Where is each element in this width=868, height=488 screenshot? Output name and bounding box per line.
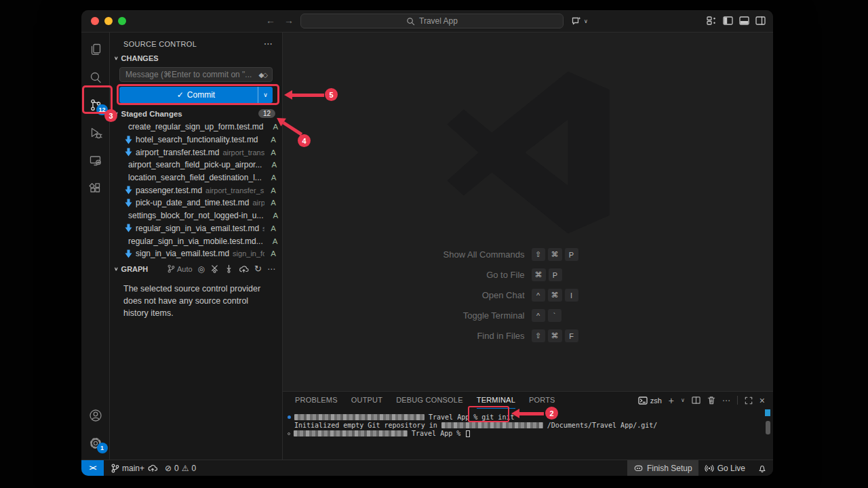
graph-section-header[interactable]: ∨ GRAPH Auto ◎ ↻ ⋯ xyxy=(110,262,282,277)
table-row[interactable]: passenger.test.md airport_transfer_s... … xyxy=(110,184,282,197)
changes-label: CHANGES xyxy=(121,54,159,62)
editor-area: Show All Commands ⇧ ⌘ P Go to File ⌘ xyxy=(283,33,773,391)
branch-status-item[interactable]: main+ xyxy=(111,464,158,473)
customize-layout-icon[interactable] xyxy=(707,16,717,26)
staged-count-badge: 12 xyxy=(258,109,275,118)
back-arrow-icon[interactable]: ← xyxy=(266,15,275,26)
run-debug-icon[interactable] xyxy=(81,119,110,146)
file-name: hotel_search_functionality.test.md xyxy=(136,135,258,144)
table-row[interactable]: location_search_field_destination_l... A xyxy=(110,171,282,184)
more-actions-icon[interactable]: ⋯ xyxy=(722,396,730,405)
refresh-icon[interactable]: ↻ xyxy=(254,264,262,274)
table-row[interactable]: hotel_search_functionality.test.md A xyxy=(110,134,282,146)
tab-ports[interactable]: PORTS xyxy=(529,392,555,409)
changes-section-header[interactable]: ∨ CHANGES xyxy=(110,52,282,65)
split-terminal-icon[interactable] xyxy=(692,396,701,405)
file-name: airport_transfer.test.md xyxy=(136,148,219,157)
table-row[interactable]: airport_search_field_pick-up_airpor... A xyxy=(110,159,282,171)
new-terminal-button[interactable]: + xyxy=(669,395,674,406)
terminal-content[interactable]: Travel App % git init Initialized empty … xyxy=(283,409,773,438)
table-row[interactable]: create_regular_sign_up_form.test.md A xyxy=(110,121,282,134)
forward-arrow-icon[interactable]: → xyxy=(284,15,294,26)
settings-gear-icon[interactable]: 1 xyxy=(81,429,110,457)
more-actions-icon[interactable]: ⋯ xyxy=(267,264,275,274)
copilot-menu[interactable]: ∨ xyxy=(571,16,588,26)
table-row[interactable]: regular_sign_in_via_mobile.test.md... A xyxy=(110,235,282,247)
table-row[interactable]: sign_in_via_email.test.md sign_in_fo... … xyxy=(110,247,282,260)
terminal-icon xyxy=(638,396,648,405)
toggle-panel-icon[interactable] xyxy=(739,16,749,26)
redacted-path xyxy=(294,430,408,436)
file-detail: airp... xyxy=(252,199,264,207)
sparkle-icon[interactable]: ◆◇ xyxy=(259,71,267,79)
keycap: ⌘ xyxy=(548,329,562,342)
table-row[interactable]: regular_sign_in_via_email.test.md si... … xyxy=(110,222,282,235)
commit-button[interactable]: ✓ Commit ∨ xyxy=(119,87,273,103)
table-row[interactable]: airport_transfer.test.md airport_trans..… xyxy=(110,146,282,159)
maximize-panel-icon[interactable] xyxy=(745,396,753,405)
file-detail: airport_transfer_s... xyxy=(205,186,264,195)
keycap: ^ xyxy=(532,309,545,322)
search-view-icon[interactable] xyxy=(81,63,110,91)
source-control-sidebar: SOURCE CONTROL ⋯ ∨ CHANGES Message (⌘Ent… xyxy=(110,33,283,460)
keycap: I xyxy=(565,289,578,302)
go-live-label: Go Live xyxy=(717,464,745,473)
more-actions-icon[interactable]: ⋯ xyxy=(264,39,273,49)
scrollbar-thumb[interactable] xyxy=(766,421,770,434)
cloud-push-icon[interactable] xyxy=(239,264,249,273)
tab-problems[interactable]: PROBLEMS xyxy=(295,392,338,409)
close-window-button[interactable] xyxy=(91,17,99,25)
zoom-window-button[interactable] xyxy=(118,17,126,25)
file-name: sign_in_via_email.test.md xyxy=(136,249,229,258)
notifications-bell[interactable] xyxy=(751,460,773,476)
toggle-secondary-sidebar-icon[interactable] xyxy=(755,16,766,26)
commit-dropdown-chevron[interactable]: ∨ xyxy=(258,87,273,103)
source-control-icon[interactable]: 12 xyxy=(81,91,110,119)
file-status-added: A xyxy=(268,136,276,144)
remote-indicator[interactable]: >< xyxy=(81,460,104,476)
scrollbar-decoration xyxy=(765,409,770,416)
copilot-icon xyxy=(633,463,644,473)
extensions-icon[interactable] xyxy=(81,174,110,202)
terminal-scrollbar[interactable] xyxy=(765,409,770,434)
chevron-down-icon: ∨ xyxy=(584,18,588,24)
terminal-shell-picker[interactable]: zsh xyxy=(638,396,662,405)
finish-setup-button[interactable]: Finish Setup xyxy=(627,460,698,476)
keycap: ` xyxy=(548,309,561,322)
toggle-primary-sidebar-icon[interactable] xyxy=(723,16,733,26)
close-panel-icon[interactable]: × xyxy=(760,395,765,406)
remote-explorer-icon[interactable] xyxy=(81,146,110,174)
account-icon[interactable] xyxy=(81,401,110,429)
toolbar-divider xyxy=(737,396,738,405)
problems-status-item[interactable]: ⊘ 0 ⚠ 0 xyxy=(165,464,196,473)
tab-debug-console[interactable]: DEBUG CONSOLE xyxy=(396,392,463,409)
terminal-cursor xyxy=(466,430,470,437)
keyboard-shortcuts-watermark: Show All Commands ⇧ ⌘ P Go to File ⌘ xyxy=(283,248,773,350)
kill-terminal-trash-icon[interactable] xyxy=(707,396,715,405)
file-status-added: A xyxy=(268,249,276,258)
test-file-icon xyxy=(125,224,132,232)
tab-output[interactable]: OUTPUT xyxy=(351,392,382,409)
terminal-prompt: Travel App % xyxy=(429,413,481,421)
git-fetch-icon[interactable] xyxy=(210,264,219,273)
file-status-added: A xyxy=(268,148,276,157)
go-live-button[interactable]: Go Live xyxy=(698,460,751,476)
redacted-path xyxy=(294,414,425,420)
tab-terminal[interactable]: TERMINAL xyxy=(477,392,515,409)
git-pull-icon[interactable] xyxy=(224,264,233,273)
staged-changes-header[interactable]: ∨ Staged Changes 12 xyxy=(110,106,282,121)
graph-auto-toggle[interactable]: Auto xyxy=(167,264,193,273)
table-row[interactable]: settings_block_for_not_logged-in_u... A xyxy=(110,209,282,222)
graph-repo-picker-icon[interactable]: ◎ xyxy=(198,264,205,274)
explorer-icon[interactable] xyxy=(81,35,110,63)
commit-message-input[interactable]: Message (⌘Enter to commit on "... ◆◇ xyxy=(119,67,273,82)
git-init-output: Initialized empty Git repository in xyxy=(294,422,441,429)
minimize-window-button[interactable] xyxy=(104,17,113,25)
table-row[interactable]: pick-up_date_and_time.test.md airp... A xyxy=(110,197,282,209)
chevron-down-icon[interactable]: ∨ xyxy=(681,397,685,403)
file-name: regular_sign_in_via_email.test.md xyxy=(136,224,259,233)
command-center-search[interactable]: Travel App xyxy=(300,14,564,28)
file-status-added: A xyxy=(270,237,278,245)
file-name: location_search_field_destination_l... xyxy=(128,173,262,182)
test-file-icon xyxy=(125,186,132,195)
